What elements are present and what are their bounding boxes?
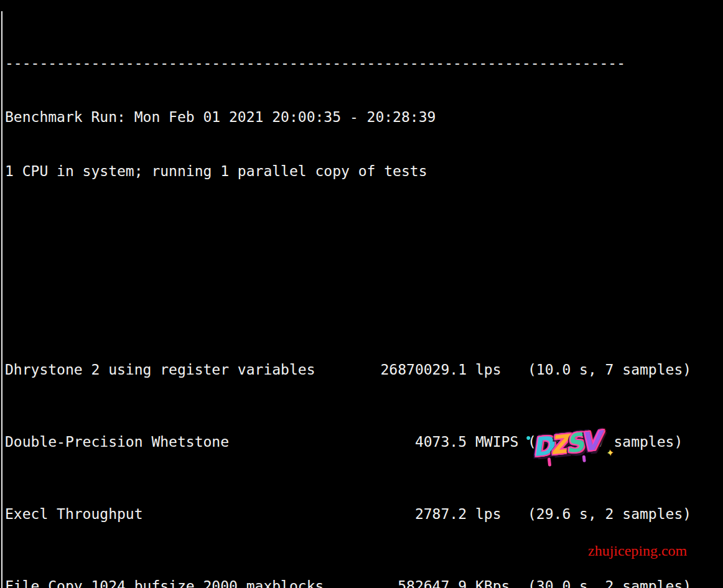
test-samples: (30.0 s, 2 samples) (528, 577, 723, 588)
terminal-output: ----------------------------------------… (0, 0, 723, 588)
result-row: Double-Precision Whetstone 4073.5 MWIPS … (5, 433, 723, 451)
blank-line (5, 217, 723, 235)
test-samples: (10.0 s, 7 samples) (528, 361, 723, 379)
result-row: File Copy 1024 bufsize 2000 maxblocks 58… (5, 577, 723, 588)
test-samples: (29.6 s, 2 samples) (528, 505, 723, 523)
left-border-line (1, 11, 2, 588)
site-watermark: zhujiceping.com (588, 543, 687, 559)
graffiti-drip (582, 455, 586, 462)
benchmark-run-header: Benchmark Run: Mon Feb 01 2021 20:00:35 … (5, 108, 723, 126)
test-value: 582647.9 (348, 577, 467, 588)
test-value: 2787.2 (348, 505, 467, 523)
test-value: 26870029.1 (348, 361, 467, 379)
test-unit: MWIPS (467, 433, 528, 451)
graffiti-letter-v: V (579, 426, 599, 457)
test-unit: lps (467, 361, 528, 379)
test-value: 4073.5 (348, 433, 467, 451)
test-name: Double-Precision Whetstone (5, 433, 348, 451)
test-name: Execl Throughput (5, 505, 348, 523)
separator-line: ----------------------------------------… (5, 54, 723, 72)
test-name: Dhrystone 2 using register variables (5, 361, 348, 379)
system-info-line: 1 CPU in system; running 1 parallel copy… (5, 162, 723, 180)
test-name: File Copy 1024 bufsize 2000 maxblocks (5, 577, 348, 588)
result-row: Dhrystone 2 using register variables 268… (5, 361, 723, 379)
result-row: Execl Throughput 2787.2 lps (29.6 s, 2 s… (5, 505, 723, 523)
test-unit: KBps (467, 577, 528, 588)
test-unit: lps (467, 505, 528, 523)
